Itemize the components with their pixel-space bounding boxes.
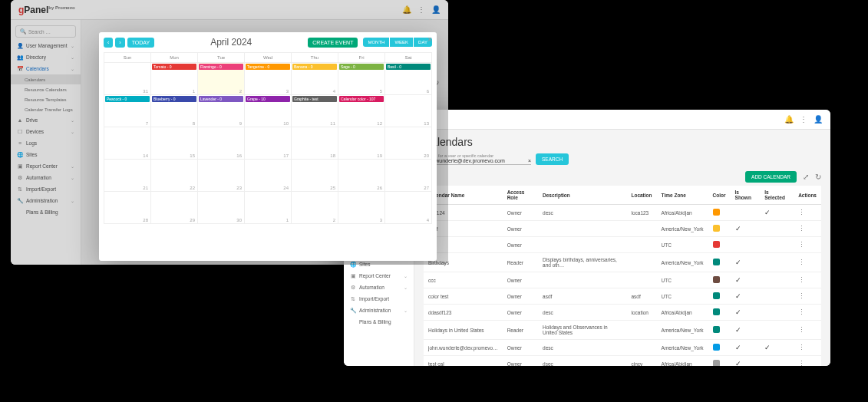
table-row[interactable]: ddasdf123OwnerdesclocationAfrica/Abidjan… (424, 305, 821, 321)
row-actions-menu[interactable]: ⋮ (798, 292, 805, 300)
table-row[interactable]: test calOwnerdseccincyAfrica/Abidjan✓⋮ (424, 356, 821, 367)
row-actions-menu[interactable]: ⋮ (798, 259, 805, 266)
view-month-button[interactable]: MONTH (363, 38, 389, 47)
refresh-icon[interactable]: ↻ (815, 173, 821, 181)
check-icon: ✓ (735, 360, 741, 366)
row-actions-menu[interactable]: ⋮ (798, 209, 805, 216)
calendar-day[interactable]: Graphite - test11 (292, 95, 338, 127)
row-actions-menu[interactable]: ⋮ (798, 344, 805, 351)
calendar-day[interactable]: 20 (385, 127, 432, 160)
calendar-day[interactable]: 13 (385, 95, 432, 127)
row-actions-menu[interactable]: ⋮ (798, 308, 805, 316)
calendar-day[interactable]: 26 (338, 160, 385, 192)
calendar-day[interactable]: 25 (292, 160, 338, 192)
calendar-event[interactable]: Flamingo - 0 (199, 64, 243, 70)
table-row[interactable]: aaa124Ownerdescloca123Africa/Abidjan✓⋮ (424, 205, 821, 221)
bell-icon[interactable]: 🔔 (784, 115, 794, 124)
calendar-day[interactable]: Tangerine - 03 (245, 63, 292, 95)
sidebar-item-administration[interactable]: 🔧Administration⌄ (344, 305, 414, 316)
calendar-day[interactable]: 29 (151, 192, 198, 224)
calendar-event[interactable]: Peacock - 0 (105, 96, 150, 102)
calendar-event[interactable]: Calendar color - 107 (339, 96, 384, 102)
calendar-day[interactable]: 15 (151, 127, 198, 160)
table-row[interactable]: cccOwnerUTC✓⋮ (424, 272, 821, 288)
view-week-button[interactable]: WEEK (390, 38, 413, 47)
add-calendar-button[interactable]: ADD CALENDAR (745, 171, 797, 183)
row-actions-menu[interactable]: ⋮ (798, 241, 805, 249)
calendar-event[interactable]: Sage - 0 (339, 64, 384, 70)
calendar-event[interactable]: Blueberry - 0 (152, 96, 196, 102)
search-button[interactable]: SEARCH (536, 153, 569, 165)
calendar-event[interactable]: Grape - 10 (246, 96, 290, 102)
calendar-grid[interactable]: SunMonTueWedThuFriSat 31Tomato - 01Flami… (104, 52, 432, 224)
col-header[interactable]: Location (626, 186, 656, 205)
create-event-button[interactable]: CREATE EVENT (308, 38, 358, 48)
chevron-down-icon: ⌄ (404, 273, 408, 278)
row-actions-menu[interactable]: ⋮ (798, 360, 805, 366)
calendar-day[interactable]: Sage - 05 (338, 63, 385, 95)
table-row[interactable]: BirthdaysReaderDisplays birthdays, anniv… (424, 253, 821, 272)
calendar-day[interactable]: Grape - 1010 (245, 95, 292, 127)
table-row[interactable]: asdfOwnerAmerica/New_York✓⋮ (424, 221, 821, 237)
calendar-event[interactable]: Lavender - 0 (199, 96, 243, 102)
sidebar-item-import-export[interactable]: ⇅Import/Export (344, 293, 414, 305)
calendar-day[interactable]: 21 (104, 160, 151, 192)
calendar-event[interactable]: Tomato - 0 (152, 64, 196, 70)
close-icon[interactable]: × (427, 35, 432, 44)
calendar-day[interactable]: 14 (104, 127, 151, 160)
open-icon[interactable]: ⤢ (803, 173, 809, 181)
calendar-day[interactable]: 30 (198, 192, 245, 224)
clear-icon: × (528, 158, 531, 163)
col-header[interactable]: Is Selected (760, 186, 794, 205)
calendar-day[interactable]: Calendar color - 10712 (338, 95, 385, 127)
avatar[interactable]: 👤 (814, 115, 823, 124)
table-row[interactable]: color testOwnerasdfasdfUTC✓⋮ (424, 288, 821, 305)
table-row[interactable]: bbbOwnerUTC⋮ (424, 237, 821, 253)
calendar-day[interactable]: Blueberry - 08 (151, 95, 198, 127)
today-button[interactable]: TODAY (127, 38, 154, 48)
calendar-day[interactable]: 1 (245, 192, 292, 224)
calendar-day[interactable]: 19 (338, 127, 385, 160)
row-actions-menu[interactable]: ⋮ (798, 225, 805, 232)
calendar-day[interactable]: Banana - 04 (292, 63, 338, 95)
calendar-day[interactable]: 17 (245, 127, 292, 160)
calendar-day[interactable]: 22 (151, 160, 198, 192)
col-header[interactable]: Access Role (503, 186, 538, 205)
calendar-day[interactable]: 2 (292, 192, 338, 224)
sidebar-item-automation[interactable]: ⚙Automation⌄ (344, 282, 414, 293)
col-header[interactable]: Color (708, 186, 731, 205)
calendar-day[interactable]: 28 (104, 192, 151, 224)
next-button[interactable]: › (115, 38, 124, 48)
calendar-day[interactable]: 4 (385, 192, 432, 224)
check-icon: ✓ (735, 344, 741, 351)
calendar-day[interactable]: 31 (104, 63, 151, 95)
col-header[interactable]: Is Shown (731, 186, 761, 205)
table-row[interactable]: Holidays in United StatesReaderHolidays … (424, 321, 821, 340)
calendar-event[interactable]: Graphite - test (292, 96, 337, 102)
calendar-event[interactable]: Tangerine - 0 (246, 64, 290, 70)
calendar-day[interactable]: Peacock - 07 (104, 95, 151, 127)
calendar-day[interactable]: Basil - 06 (385, 63, 432, 95)
calendar-event[interactable]: Banana - 0 (292, 64, 337, 70)
calendar-day[interactable]: 18 (292, 127, 338, 160)
sidebar-item-report-center[interactable]: ▣Report Center⌄ (344, 270, 414, 282)
calendar-event[interactable]: Basil - 0 (386, 64, 431, 70)
calendar-day[interactable]: 24 (245, 160, 292, 192)
calendar-day[interactable]: 27 (385, 160, 432, 192)
col-header[interactable]: Description (538, 186, 626, 205)
calendar-day[interactable]: 23 (198, 160, 245, 192)
col-header[interactable]: Time Zone (657, 186, 708, 205)
calendar-day[interactable]: Lavender - 09 (198, 95, 245, 127)
calendar-day[interactable]: 3 (338, 192, 385, 224)
sidebar-item-plans-billing[interactable]: Plans & Billing (344, 316, 414, 328)
calendar-day[interactable]: Tomato - 01 (151, 63, 198, 95)
calendar-day[interactable]: 16 (198, 127, 245, 160)
row-actions-menu[interactable]: ⋮ (798, 276, 805, 284)
prev-button[interactable]: ‹ (104, 38, 113, 48)
calendar-day[interactable]: Flamingo - 02 (198, 63, 245, 95)
menu-icon[interactable]: ⋮ (800, 115, 807, 124)
col-header[interactable]: Actions (794, 186, 821, 205)
color-swatch (713, 241, 720, 248)
row-actions-menu[interactable]: ⋮ (798, 326, 805, 334)
table-row[interactable]: john.wunderle@dev.promevo…OwnerdescAmeri… (424, 340, 821, 356)
